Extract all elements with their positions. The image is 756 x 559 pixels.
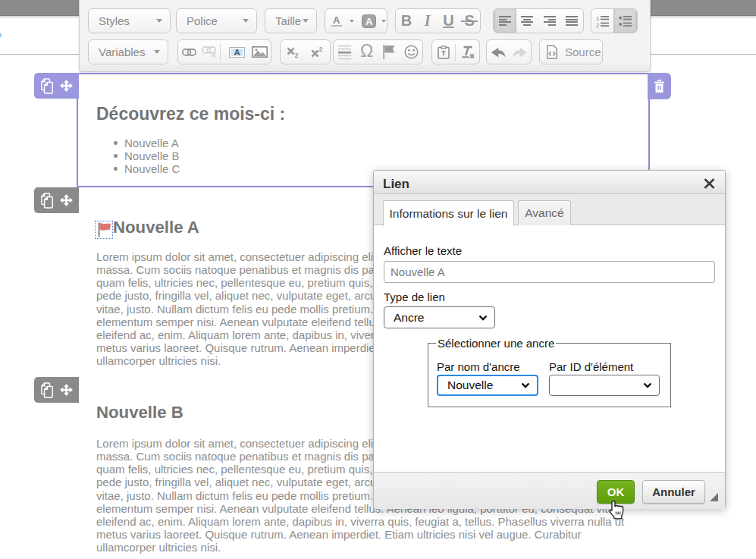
svg-text:A: A — [333, 15, 340, 26]
svg-text:A: A — [365, 15, 373, 27]
svg-text:2: 2 — [596, 21, 599, 27]
svg-text:2: 2 — [294, 52, 298, 58]
svg-text:2: 2 — [319, 46, 323, 53]
svg-text:A: A — [234, 48, 240, 57]
